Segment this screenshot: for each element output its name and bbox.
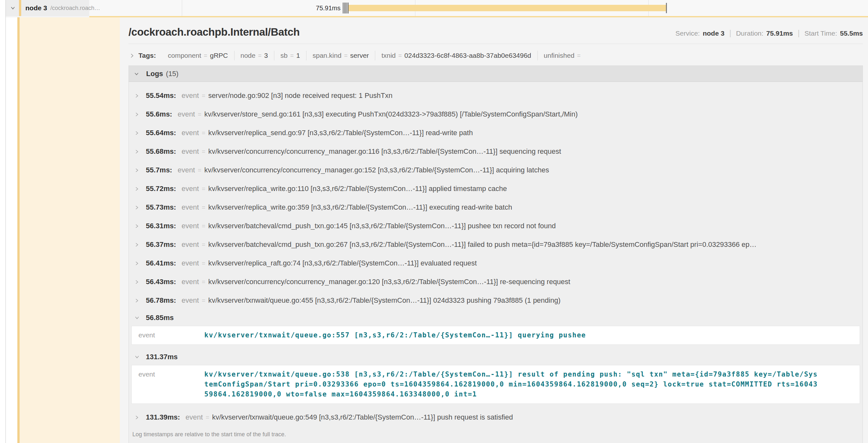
- log-timestamp: 56.78ms:: [146, 296, 176, 305]
- log-value-line: 59864.162819000,0 wto=false max=16043598…: [204, 389, 817, 399]
- log-tick: [343, 3, 343, 13]
- log-message: kv/kvserver/concurrency/concurrency_mana…: [208, 278, 570, 286]
- start-time-label: Start Time:: [804, 30, 837, 37]
- meta-separator: |: [729, 29, 731, 38]
- chevron-down-icon: [10, 5, 16, 11]
- log-row[interactable]: 55.72ms: event = kv/kvserver/replica_wri…: [129, 179, 863, 198]
- meta-separator: |: [798, 29, 800, 38]
- log-field-label: event: [182, 129, 199, 137]
- equals-sign: =: [258, 52, 261, 59]
- log-field-label: event: [182, 184, 199, 193]
- span-operation-name: /cockroach.roach…: [51, 5, 100, 11]
- log-message: kv/kvserver/batcheval/cmd_push_txn.go:14…: [208, 222, 556, 230]
- logs-header[interactable]: Logs (15): [129, 66, 863, 82]
- chevron-down-icon: [134, 71, 139, 76]
- tag-item: txnid = 024d3323-6c8f-4863-aa8b-37ab0e63…: [375, 51, 537, 60]
- log-field-label: event: [182, 203, 199, 211]
- logs-accordion: Logs (15) 55.54ms: event = server/node.g…: [128, 66, 863, 443]
- equals-sign: =: [202, 241, 205, 248]
- chevron-right-icon: [134, 94, 140, 98]
- tag-key: txnid: [381, 52, 396, 59]
- log-tick: [345, 3, 346, 13]
- span-meta: Service: node 3 | Duration: 75.91ms | St…: [676, 29, 863, 38]
- span-color-stripe: [19, 0, 21, 16]
- tag-item: sb = 1: [274, 51, 307, 60]
- span-duration-label: 75.91ms: [299, 0, 341, 16]
- trace-timeline-view: node 3 /cockroach.roach… 75.91ms /cockro…: [0, 0, 868, 443]
- log-field-label: event: [182, 259, 199, 267]
- timeline-gridline: [182, 0, 182, 16]
- tag-key: node: [241, 52, 256, 59]
- log-row[interactable]: 56.37ms: event = kv/kvserver/batcheval/c…: [129, 235, 863, 254]
- duration-label: Duration:: [736, 30, 763, 37]
- equals-sign: =: [202, 185, 205, 192]
- tags-label: Tags:: [138, 52, 156, 59]
- tag-key: unfinished: [544, 52, 575, 59]
- tag-key: span.kind: [313, 52, 341, 59]
- span-name-cell[interactable]: node 3 /cockroach.roach…: [6, 0, 89, 16]
- start-time-value: 55.5ms: [840, 30, 863, 37]
- log-row-expanded-header[interactable]: 131.37ms: [129, 349, 863, 365]
- log-message: kv/kvserver/replica_send.go:97 [n3,s3,r6…: [208, 129, 473, 137]
- tags-row[interactable]: Tags: component = gRPC node = 3 sb = 1 s…: [128, 49, 863, 62]
- tag-item: component = gRPC: [162, 51, 234, 60]
- log-row[interactable]: 55.68ms: event = kv/kvserver/concurrency…: [129, 142, 863, 161]
- chevron-right-icon: [134, 205, 140, 210]
- chevron-right-icon: [134, 242, 140, 247]
- log-rows: 55.54ms: event = server/node.go:902 [n3]…: [129, 82, 863, 443]
- chevron-right-icon: [134, 168, 140, 173]
- log-row[interactable]: 55.73ms: event = kv/kvserver/replica_wri…: [129, 198, 863, 217]
- log-timestamp: 55.7ms:: [146, 166, 172, 174]
- log-timestamp: 55.73ms:: [146, 203, 176, 211]
- equals-sign: =: [344, 52, 348, 59]
- equals-sign: =: [206, 414, 209, 421]
- chevron-right-icon: [134, 224, 140, 229]
- log-row[interactable]: 55.6ms: event = kv/kvserver/store_send.g…: [129, 105, 863, 124]
- log-field-label: event: [178, 110, 195, 118]
- log-timestamp: 56.37ms:: [146, 240, 176, 249]
- equals-sign: =: [202, 278, 205, 285]
- log-row[interactable]: 56.43ms: event = kv/kvserver/concurrency…: [129, 273, 863, 291]
- log-row[interactable]: 56.41ms: event = kv/kvserver/replica_raf…: [129, 254, 863, 273]
- log-tick-marks: [343, 3, 348, 13]
- log-row-expanded-header[interactable]: 56.85ms: [129, 310, 863, 326]
- equals-sign: =: [398, 52, 402, 59]
- log-row[interactable]: 55.54ms: event = server/node.go:902 [n3]…: [129, 87, 863, 105]
- selected-span-row-highlight: [20, 17, 120, 443]
- log-field-label: event: [182, 92, 199, 100]
- tag-value: 1: [296, 52, 300, 59]
- log-tick: [347, 3, 347, 13]
- logs-count: (15): [166, 70, 179, 78]
- log-row[interactable]: 131.39ms: event = kv/kvserver/txnwait/qu…: [129, 408, 863, 427]
- log-timestamp: 55.68ms:: [146, 147, 176, 156]
- log-field-label: event: [132, 370, 204, 399]
- log-row[interactable]: 56.78ms: event = kv/kvserver/txnwait/que…: [129, 291, 863, 310]
- tag-value: 3: [264, 52, 268, 59]
- tag-value: gRPC: [210, 52, 228, 59]
- span-duration-bar[interactable]: [348, 5, 666, 11]
- log-row[interactable]: 55.64ms: event = kv/kvserver/replica_sen…: [129, 124, 863, 142]
- equals-sign: =: [202, 204, 205, 211]
- tag-value: 024d3323-6c8f-4863-aa8b-37ab0e63496d: [404, 52, 531, 59]
- chevron-right-icon: [134, 149, 140, 154]
- logs-footer-note: Log timestamps are relative to the start…: [129, 427, 863, 443]
- log-row[interactable]: 55.7ms: event = kv/kvserver/concurrency/…: [129, 161, 863, 179]
- log-message: server/node.go:902 [n3] node received re…: [208, 92, 393, 100]
- timeline-header-row: node 3 /cockroach.roach… 75.91ms: [6, 0, 868, 16]
- service-label: Service:: [676, 30, 700, 37]
- log-message: kv/kvserver/concurrency/concurrency_mana…: [208, 147, 561, 156]
- chevron-right-icon: [134, 112, 140, 117]
- tag-key: component: [168, 52, 201, 59]
- equals-sign: =: [577, 52, 581, 59]
- chevron-right-icon: [129, 53, 134, 58]
- span-color-stripe: [17, 17, 20, 443]
- log-tick: [344, 3, 345, 13]
- log-timestamp: 55.54ms:: [146, 92, 176, 100]
- log-value-line: kv/kvserver/txnwait/queue.go:538 [n3,s3,…: [204, 370, 817, 379]
- span-detail-header: /cockroach.roachpb.Internal/Batch Servic…: [128, 17, 863, 38]
- log-row[interactable]: 56.31ms: event = kv/kvserver/batcheval/c…: [129, 217, 863, 235]
- chevron-right-icon: [134, 131, 140, 135]
- chevron-down-icon: [134, 315, 140, 320]
- log-field-value: kv/kvserver/txnwait/queue.go:557 [n3,s3,…: [204, 330, 586, 340]
- log-message: kv/kvserver/store_send.go:161 [n3,s3] ex…: [204, 110, 578, 118]
